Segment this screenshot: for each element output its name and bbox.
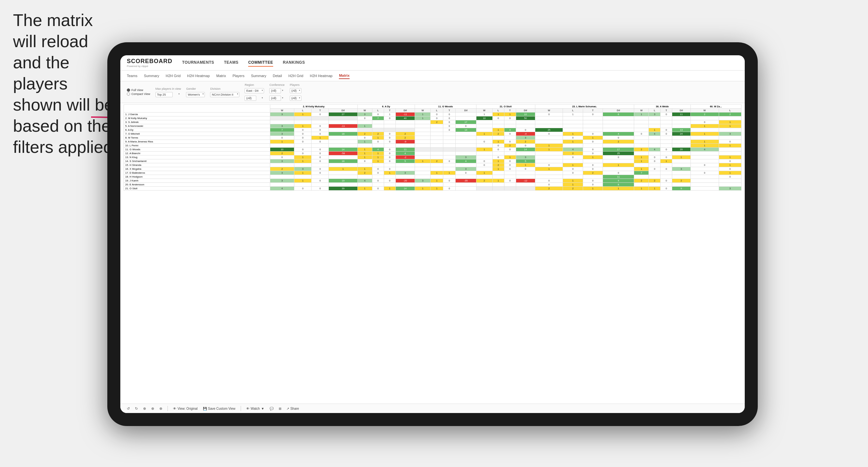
matrix-cell: 0 <box>660 155 672 159</box>
save-custom-action[interactable]: 💾 Save Custom View <box>203 407 236 410</box>
undo-button[interactable]: ↺ <box>127 406 130 411</box>
matrix-cell <box>649 175 660 179</box>
matrix-cell: 0 <box>431 113 443 117</box>
matrix-cell <box>672 120 690 124</box>
table-row: 2. M Kelly Mulcahy07040100100050 <box>124 117 742 120</box>
players-select[interactable]: (All) <box>290 88 302 93</box>
matrix-cell <box>358 175 372 179</box>
matrix-cell: 2 <box>492 132 504 136</box>
subnav-matrix2[interactable]: Matrix <box>339 72 349 79</box>
matrix-cell: 4 <box>690 148 719 152</box>
matrix-cell <box>431 183 443 187</box>
sub-w7: W <box>690 108 719 113</box>
conference-sub-select[interactable]: (All) <box>269 96 281 101</box>
matrix-cell: 1 <box>583 136 602 140</box>
matrix-cell: 10 <box>270 148 294 152</box>
matrix-cell <box>443 144 455 148</box>
matrix-cell: 1 <box>719 144 741 148</box>
full-view-radio[interactable]: Full View <box>127 89 150 92</box>
matrix-cell <box>431 152 443 155</box>
matrix-cell <box>396 144 415 148</box>
matrix-cell <box>329 175 358 179</box>
matrix-cell: 0 <box>312 128 329 132</box>
matrix-cell: 0 <box>660 167 672 171</box>
comment-action[interactable]: 💬 <box>270 407 274 410</box>
gender-select[interactable]: Women's Men's <box>186 92 205 97</box>
division-select[interactable]: NCAA Division II NCAA Division I NCAA Di… <box>210 92 239 97</box>
subnav-teams[interactable]: Teams <box>127 73 137 79</box>
matrix-cell: 4 <box>563 148 583 152</box>
matrix-cell: 3 <box>294 167 311 171</box>
matrix-cell: 2 <box>431 159 443 163</box>
matrix-cell: 7 <box>634 171 649 175</box>
share-label: Share <box>290 407 299 410</box>
view-original-action[interactable]: 👁 View: Original <box>173 407 198 410</box>
matrix-cell <box>603 117 634 120</box>
matrix-cell: 11 <box>603 175 634 179</box>
col-header-60: 60. W Za... <box>690 105 741 108</box>
subnav-detail[interactable]: Detail <box>273 73 282 79</box>
subnav-h2hheatmap2[interactable]: H2H Heatmap <box>310 73 333 79</box>
matrix-cell <box>660 144 672 148</box>
region-sub-select[interactable]: (All) <box>245 96 256 101</box>
matrix-cell <box>443 167 455 171</box>
matrix-cell: 0 <box>535 163 563 167</box>
matrix-cell <box>516 171 535 175</box>
nav-teams[interactable]: TEAMS <box>224 59 239 67</box>
table-row: 17. D Ballesteros31020131101020701 <box>124 171 742 175</box>
nav-tournaments[interactable]: TOURNAMENTS <box>182 59 214 67</box>
matrix-cell: 0 <box>384 152 396 155</box>
watch-action[interactable]: 👁 Watch ▼ <box>246 407 265 410</box>
matrix-cell: 0 <box>443 117 455 120</box>
subnav-h2hheatmap1[interactable]: H2H Heatmap <box>187 73 210 79</box>
matrix-cell: 0 <box>372 113 384 117</box>
zoom-in-button[interactable]: ⊕ <box>151 406 154 411</box>
matrix-cell <box>649 163 660 167</box>
matrix-cell: 0 <box>312 124 329 128</box>
matrix-cell: 2 <box>516 140 535 144</box>
matrix-cell: 0 <box>456 124 476 128</box>
grid-action[interactable]: ⊞ <box>279 407 281 410</box>
watch-chevron: ▼ <box>261 407 265 410</box>
sub-w6: W <box>634 108 649 113</box>
matrix-cell: 3 <box>456 155 476 159</box>
share-action[interactable]: ↗ Share <box>286 407 299 410</box>
matrix-cell <box>476 128 492 132</box>
subnav-h2hgrid1[interactable]: H2H Grid <box>165 73 181 79</box>
compact-view-radio[interactable]: Compact View <box>127 92 150 96</box>
matrix-cell: 3 <box>358 113 372 117</box>
nav-rankings[interactable]: RANKINGS <box>283 59 305 67</box>
redo-button[interactable]: ↻ <box>135 406 138 411</box>
region-sub-select-wrapper: (All) <box>245 95 264 101</box>
subnav-players[interactable]: Players <box>232 73 245 79</box>
zoom-out-button[interactable]: ⊕ <box>159 406 162 411</box>
subnav-summary2[interactable]: Summary <box>251 73 266 79</box>
matrix-cell: 0 <box>443 187 455 191</box>
zoom-reset-button[interactable]: ⊕ <box>143 406 146 411</box>
matrix-cell: 0 <box>294 128 311 132</box>
matrix-cell <box>492 187 504 191</box>
matrix-cell: 1 <box>294 124 311 128</box>
matrix-cell: 1 <box>294 155 311 159</box>
subnav-summary1[interactable]: Summary <box>144 73 159 79</box>
matrix-cell <box>396 120 415 124</box>
matrix-cell <box>384 124 396 128</box>
matrix-cell: 1 <box>603 187 634 191</box>
matrix-cell <box>690 136 719 140</box>
table-row: 18. H Hodgson110 <box>124 175 742 179</box>
matrix-cell <box>294 120 311 124</box>
matrix-cell <box>396 128 415 132</box>
matrix-cell <box>603 167 634 171</box>
subnav-h2hgrid2[interactable]: H2H Grid <box>288 73 303 79</box>
conference-select[interactable]: (All) <box>269 88 281 93</box>
nav-committee[interactable]: COMMITTEE <box>248 59 273 67</box>
matrix-cell <box>719 128 741 132</box>
subnav-matrix1[interactable]: Matrix <box>216 73 226 79</box>
conference-group: Conference (All) (All) <box>269 83 285 101</box>
table-row: 11. G Woods100014140111001414017240204 <box>124 148 742 152</box>
max-players-select[interactable]: Top 25 Top 50 Top 100 <box>155 92 173 97</box>
region-select[interactable]: East - DII West - DII <box>245 88 264 93</box>
matrix-cell: 2 <box>634 179 649 183</box>
players-sub-select[interactable]: (All) <box>290 96 302 101</box>
top-navigation: SCOREBOARD Powered by clippd TOURNAMENTS… <box>120 55 745 70</box>
